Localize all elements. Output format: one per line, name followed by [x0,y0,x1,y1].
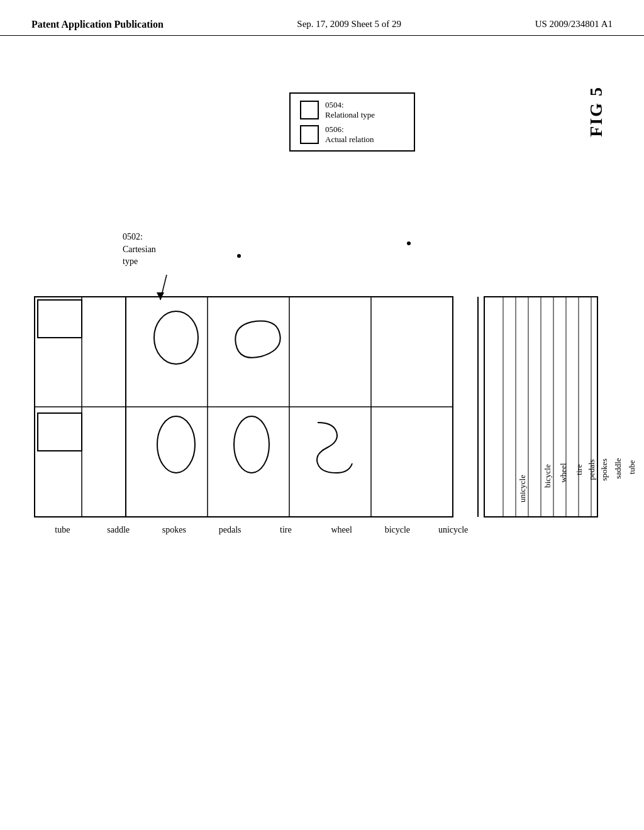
legend-square-1 [300,101,319,119]
legend-item-1: 0504: Relational type [300,100,404,119]
page-header: Patent Application Publication Sep. 17, … [0,0,644,36]
legend-label-1: 0504: Relational type [325,100,375,119]
cartesian-label: 0502:Cartesiantype [123,231,156,268]
svg-text:unicycle: unicycle [518,475,527,502]
diagram-svg: unicycle bicycle wheel tire pedals spoke… [0,36,644,830]
svg-point-34 [237,254,241,258]
axis-label-tire: tire [260,525,311,535]
svg-point-11 [157,416,195,473]
publication-title: Patent Application Publication [31,19,164,30]
svg-rect-9 [38,413,82,451]
svg-rect-0 [35,297,453,517]
svg-rect-1 [126,297,453,517]
legend-label-2: 0506: Actual relation [325,124,374,144]
svg-line-13 [160,275,167,300]
axis-label-bicycle: bicycle [372,525,423,535]
axis-label-unicycle: unicycle [428,525,479,535]
sheet-info: Sep. 17, 2009 Sheet 5 of 29 [297,19,401,30]
figure-label: FIG 5 [586,86,606,137]
svg-text:bicycle: bicycle [543,464,552,488]
svg-point-12 [234,416,269,473]
axis-label-saddle: saddle [93,525,143,535]
svg-text:tire: tire [574,464,584,475]
diagram-area: FIG 5 0504: Relational type 0506: Actual… [0,36,644,790]
legend-square-2 [300,125,319,144]
axis-label-spokes: spokes [149,525,199,535]
svg-text:pedals: pedals [587,459,596,480]
patent-number: US 2009/234801 A1 [535,19,613,30]
svg-marker-14 [157,292,164,300]
svg-point-33 [407,241,411,245]
svg-rect-8 [38,300,82,338]
svg-text:saddle: saddle [613,458,623,479]
svg-rect-24 [484,297,597,517]
axis-label-tube: tube [37,525,87,535]
axis-label-wheel: wheel [316,525,367,535]
legend-box: 0504: Relational type 0506: Actual relat… [289,92,415,152]
svg-text:spokes: spokes [599,458,609,480]
svg-point-10 [154,311,198,364]
bottom-axis-labels: tube saddle spokes pedals tire wheel bic… [35,525,481,535]
legend-item-2: 0506: Actual relation [300,124,404,144]
axis-label-pedals: pedals [205,525,255,535]
svg-text:wheel: wheel [558,463,568,482]
svg-text:tube: tube [627,460,636,475]
